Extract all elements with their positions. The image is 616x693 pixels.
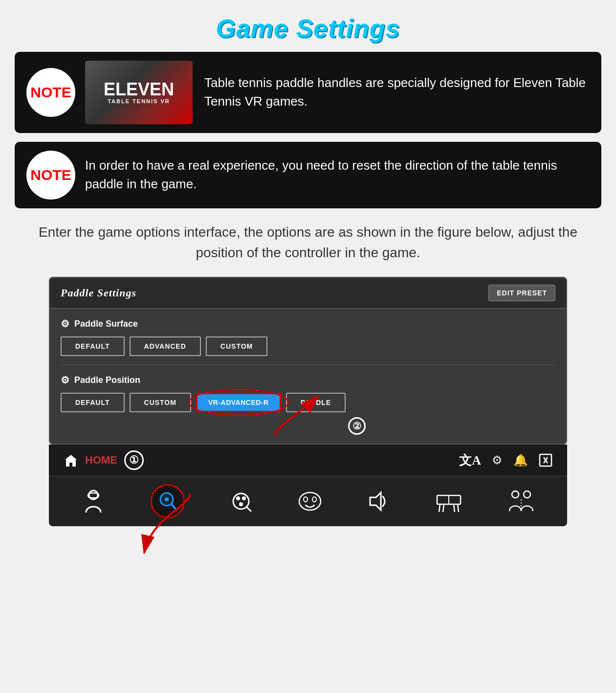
paddle-position-section: ⚙ Paddle Position DEFAULT CUSTOM VR-ADVA…	[50, 365, 566, 444]
note-circle-2: NOTE	[26, 151, 75, 200]
svg-point-11	[242, 496, 246, 500]
position-label: Paddle Position	[74, 375, 140, 385]
position-vr-advanced-btn[interactable]: VR-ADVANCED-R	[196, 393, 281, 412]
svg-point-12	[239, 502, 243, 506]
game-bar: HOME ① 文A ⚙ 🔔	[49, 445, 567, 526]
note-banner-2: NOTE In order to have a real experience,…	[15, 142, 601, 208]
svg-line-19	[439, 504, 440, 512]
exit-icon	[539, 453, 552, 467]
note-banner-1: NOTE ELEVEN TABLE TENNIS VR Table tennis…	[15, 52, 601, 133]
paddle-settings-panel: Paddle Settings EDIT PRESET ⚙ Paddle Sur…	[49, 277, 567, 445]
step2-circle: ②	[348, 417, 366, 435]
note-text-1: Table tennis paddle handles are speciall…	[204, 74, 590, 111]
game-name: ELEVEN	[104, 81, 174, 98]
panel-title: Paddle Settings	[61, 287, 136, 299]
game-image: ELEVEN TABLE TENNIS VR	[85, 61, 193, 124]
note-label-1: NOTE	[30, 84, 71, 101]
note-label-2: NOTE	[30, 167, 71, 183]
paddle-position-title: ⚙ Paddle Position	[61, 374, 555, 386]
paddle-icon[interactable]	[151, 484, 185, 518]
vr-player-icon[interactable]	[81, 489, 106, 514]
edit-preset-button[interactable]: EDIT PRESET	[488, 285, 555, 301]
page-title: Game Settings	[0, 0, 616, 52]
page-container: Game Settings NOTE ELEVEN TABLE TENNIS V…	[0, 0, 616, 526]
note-circle-1: NOTE	[26, 68, 75, 117]
surface-custom-btn[interactable]: CUSTOM	[206, 336, 267, 356]
home-area: HOME ①	[64, 450, 144, 470]
svg-line-13	[247, 507, 251, 511]
game-bar-icons-row	[49, 476, 567, 526]
people-icon[interactable]	[507, 490, 535, 513]
svg-line-22	[454, 504, 455, 512]
position-custom-btn[interactable]: CUSTOM	[130, 393, 191, 412]
game-subtitle: TABLE TENNIS VR	[104, 98, 174, 104]
svg-point-10	[236, 496, 240, 500]
bell-icon: 🔔	[513, 453, 528, 467]
svg-point-24	[512, 491, 519, 498]
position-options-row: DEFAULT CUSTOM VR-ADVANCED-R PADDLE	[61, 393, 555, 412]
speaker-icon[interactable]	[367, 491, 391, 512]
translate-icon: 文A	[459, 452, 481, 469]
vr-advanced-wrapper: VR-ADVANCED-R	[196, 393, 281, 412]
home-label: HOME	[85, 454, 117, 467]
paddle-surface-section: ⚙ Paddle Surface DEFAULT ADVANCED CUSTOM	[50, 309, 566, 365]
svg-line-21	[443, 504, 444, 512]
game-bar-top: HOME ① 文A ⚙ 🔔	[49, 445, 567, 476]
top-right-icons: 文A ⚙ 🔔	[459, 452, 552, 469]
note-text-2: In order to have a real experience, you …	[85, 156, 590, 193]
paint-icon[interactable]	[229, 490, 253, 513]
table-icon[interactable]	[435, 491, 462, 512]
svg-point-25	[524, 491, 530, 498]
step2-annotation: ②	[61, 412, 555, 435]
step1-circle: ①	[124, 450, 144, 470]
surface-default-btn[interactable]: DEFAULT	[61, 336, 125, 356]
svg-point-8	[165, 497, 169, 501]
position-gear-icon: ⚙	[61, 374, 69, 386]
description-text: Enter the game options interface, the op…	[24, 222, 592, 263]
surface-advanced-btn[interactable]: ADVANCED	[130, 336, 201, 356]
svg-line-7	[172, 504, 176, 510]
surface-gear-icon: ⚙	[61, 318, 69, 330]
position-default-btn[interactable]: DEFAULT	[61, 393, 125, 412]
home-icon	[64, 453, 78, 467]
settings-icon: ⚙	[492, 453, 503, 467]
svg-point-16	[312, 497, 316, 502]
svg-point-15	[304, 497, 308, 502]
mask-icon[interactable]	[298, 491, 322, 512]
svg-marker-17	[370, 492, 381, 510]
position-paddle-btn[interactable]: PADDLE	[286, 393, 346, 412]
paddle-surface-title: ⚙ Paddle Surface	[61, 318, 555, 330]
svg-line-20	[458, 504, 459, 512]
surface-label: Paddle Surface	[74, 319, 138, 329]
surface-options-row: DEFAULT ADVANCED CUSTOM	[61, 336, 555, 356]
panel-header: Paddle Settings EDIT PRESET	[50, 278, 566, 309]
